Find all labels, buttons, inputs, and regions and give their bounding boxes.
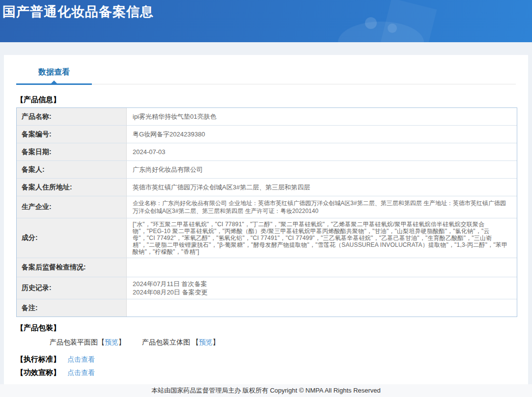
bracket-open: 【 xyxy=(192,338,199,346)
row-label: 产品名称: xyxy=(17,108,127,125)
preview-link-stereo[interactable]: 预览 xyxy=(199,338,213,346)
bracket-close: 】 xyxy=(213,338,220,346)
row-value xyxy=(127,299,517,317)
row-label: 生产企业: xyxy=(17,196,127,218)
row-label: 备案人住所地址: xyxy=(17,179,127,196)
packaging-stereo-item: 产品包装立体图 【预览】 xyxy=(142,338,220,346)
bracket-open: 【 xyxy=(98,338,105,346)
tab-data-view[interactable]: 数据查看 xyxy=(16,67,92,84)
row-value xyxy=(127,258,517,277)
main-panel: 数据查看 【产品信息】 产品名称: ipi雾光精华持妆气垫01亮肤色 备案编号:… xyxy=(4,55,528,384)
tab-data-view-label: 数据查看 xyxy=(38,68,70,76)
row-label: 备案编号: xyxy=(17,126,127,143)
footer-copyright-text: 本站由国家药品监督管理局主办 版权所有 Copyright © NMPA All… xyxy=(151,386,381,395)
product-info-table: 产品名称: ipi雾光精华持妆气垫01亮肤色 备案编号: 粤G妆网备字20242… xyxy=(16,107,517,317)
table-row-inspection: 备案后监督检查情况: xyxy=(17,258,517,277)
tab-bar: 数据查看 xyxy=(16,68,516,84)
page-footer: 本站由国家药品监督管理局主办 版权所有 Copyright © NMPA All… xyxy=(0,384,532,397)
section-title-standard: 【执行标准】 xyxy=(16,355,60,363)
history-line: 2024年08月20日 备案变更 xyxy=(133,288,207,296)
packaging-flat-item: 产品包装平面图【预览】 xyxy=(50,338,127,346)
section-title-efficacy: 【功效宣称】 xyxy=(16,368,60,376)
history-line: 2024年07月11日 首次备案 xyxy=(133,280,207,288)
table-row-registrant: 备案人: 广东尚好化妆品有限公司 xyxy=(17,160,517,178)
table-row-registration-number: 备案编号: 粤G妆网备字2024239380 xyxy=(17,125,517,143)
row-value: 2024-07-03 xyxy=(127,143,517,160)
packaging-flat-label: 产品包装平面图 xyxy=(50,338,98,346)
row-label: 备案人: xyxy=(17,161,127,178)
table-row-manufacturer: 生产企业: 企业名称：广东尚好化妆品有限公司 企业地址：英德市英红镇广德园万洋众… xyxy=(17,196,517,218)
efficacy-line: 【功效宣称】 点击查看 xyxy=(16,368,516,377)
row-label: 成分: xyxy=(17,218,127,258)
standard-line: 【执行标准】 点击查看 xyxy=(16,355,516,364)
row-label: 备案日期: xyxy=(17,143,127,160)
table-row-product-name: 产品名称: ipi雾光精华持妆气垫01亮肤色 xyxy=(17,108,517,125)
page-title: 国产普通化妆品备案信息 xyxy=(0,0,532,21)
table-row-ingredients: 成分: ["水"，"环五聚二甲基硅氧烷"，"CI 77891"，"丁二醇"，"聚… xyxy=(17,218,517,258)
table-row-registrant-address: 备案人住所地址: 英德市英红镇广德园万洋众创城A区3#第二层、第三层和第四层 xyxy=(17,178,517,196)
row-label: 历史记录: xyxy=(17,277,127,299)
section-title-product-info: 【产品信息】 xyxy=(16,95,516,104)
table-row-remarks: 备注: xyxy=(17,299,517,317)
packaging-line: 产品包装平面图【预览】 产品包装立体图 【预览】 xyxy=(16,338,516,346)
row-value: 企业名称：广东尚好化妆品有限公司 企业地址：英德市英红镇广德园万洋众创城A区3#… xyxy=(127,196,517,218)
header-decoration-circle xyxy=(388,24,397,33)
row-value: ipi雾光精华持妆气垫01亮肤色 xyxy=(127,108,517,125)
view-standard-link[interactable]: 点击查看 xyxy=(67,355,95,363)
table-row-history: 历史记录: 2024年07月11日 首次备案 2024年08月20日 备案变更 xyxy=(17,277,517,299)
row-value: 广东尚好化妆品有限公司 xyxy=(127,161,517,178)
row-label: 备案后监督检查情况: xyxy=(17,258,127,277)
row-label: 备注: xyxy=(17,299,127,317)
row-value: ["水"，"环五聚二甲基硅氧烷"，"CI 77891"，"丁二醇"，"聚二甲基硅… xyxy=(127,218,517,258)
row-value: 英德市英红镇广德园万洋众创城A区3#第二层、第三层和第四层 xyxy=(127,179,517,196)
row-value: 粤G妆网备字2024239380 xyxy=(127,126,517,143)
page-header: 国产普通化妆品备案信息 xyxy=(0,0,532,42)
bracket-close: 】 xyxy=(118,338,125,346)
row-value: 2024年07月11日 首次备案 2024年08月20日 备案变更 xyxy=(127,277,517,299)
preview-link-flat[interactable]: 预览 xyxy=(105,338,118,346)
table-row-registration-date: 备案日期: 2024-07-03 xyxy=(17,143,517,160)
tab-active-arrow-icon xyxy=(51,80,57,83)
packaging-stereo-label: 产品包装立体图 xyxy=(142,338,192,346)
view-efficacy-link[interactable]: 点击查看 xyxy=(67,369,95,376)
section-title-packaging: 【产品包装】 xyxy=(16,323,516,332)
